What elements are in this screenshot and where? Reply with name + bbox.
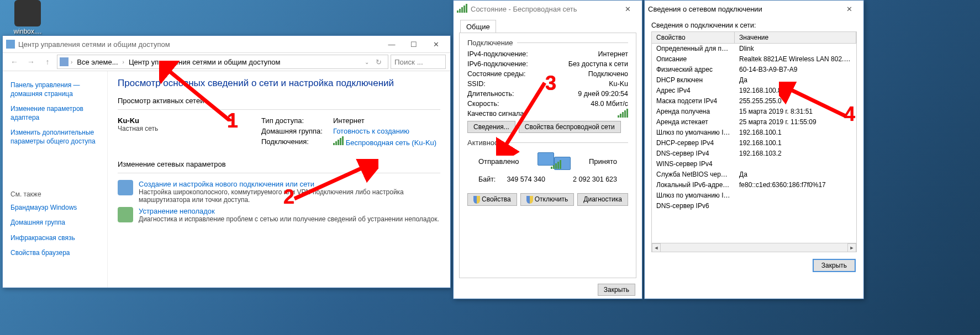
tab-general[interactable]: Общие [460,20,496,33]
detail-row[interactable]: Аренда получена15 марта 2019 г. 8:31:51 [652,107,856,117]
column-property[interactable]: Свойство [652,32,735,43]
detail-value: 192.168.103.2 [735,148,856,159]
received-label: Принято [589,157,617,166]
see-also-heading: См. также [10,190,99,198]
link-infrared[interactable]: Инфракрасная связь [10,234,99,243]
detail-value: 25 марта 2019 г. 11:55:09 [735,117,856,127]
link-browser-props[interactable]: Свойства браузера [10,249,99,258]
details-list: Свойство Значение Определенный для подк.… [651,31,857,252]
status-panel: Подключение IPv4-подключение:Интернет IP… [459,33,636,278]
task-title: Создание и настройка нового подключения … [139,180,440,188]
back-button[interactable]: ← [7,55,22,69]
detail-property: Маска подсети IPv4 [652,96,735,107]
detail-value: 192.168.100.1 [735,127,856,138]
detail-value: fe80::c1ed:6360:186:f7f0%17 [735,180,856,190]
detail-property: WINS-сервер IPv4 [652,159,735,169]
address-bar-row: ← → ↑ › Все элеме... › Центр управления … [3,52,450,71]
shield-icon [526,196,533,204]
media-value: Подключено [588,70,628,78]
detail-row[interactable]: DNS-сервер IPv4192.168.103.2 [652,148,856,159]
detail-value: Да [735,75,856,86]
detail-value: Realtek 8821AE Wireless LAN 802.11ac PCI… [735,54,856,65]
scroll-left-button[interactable]: ◄ [652,243,661,252]
detail-property: DNS-сервер IPv6 [652,201,735,211]
link-control-panel-home[interactable]: Панель управления — домашняя страница [10,81,99,98]
change-settings-heading: Изменение сетевых параметров [118,160,440,168]
address-bar[interactable]: › Все элеме... › Центр управления сетями… [57,55,388,69]
detail-row[interactable]: ОписаниеRealtek 8821AE Wireless LAN 802.… [652,54,856,65]
detail-row[interactable]: Шлюз по умолчанию IPv6 [652,190,856,201]
diagnostics-button[interactable]: Диагностика [577,193,628,206]
signal-quality-label: Качество сигнала: [467,110,526,118]
detail-row[interactable]: Служба NetBIOS через T...Да [652,169,856,180]
maximize-button[interactable]: ☐ [403,36,425,52]
duration-value: 9 дней 09:20:54 [578,90,628,98]
connections-label: Подключения: [261,137,333,147]
details-button[interactable]: Сведения... [467,121,515,133]
network-type: Частная сеть [118,125,261,132]
controlpanel-icon [60,57,69,66]
detail-row[interactable]: Шлюз по умолчанию IPv4192.168.100.1 [652,127,856,138]
active-networks-heading: Просмотр активных сетей [118,97,440,105]
close-button[interactable]: ✕ [425,36,447,52]
disable-button[interactable]: Отключить [520,193,575,206]
link-sharing-settings[interactable]: Изменить дополнительные параметры общего… [10,129,99,146]
titlebar: Сведения о сетевом подключении ✕ [645,1,863,17]
horizontal-scrollbar[interactable]: ◄ ► [652,243,856,252]
detail-value: 60-14-B3-A9-B7-A9 [735,65,856,75]
column-value[interactable]: Значение [735,32,856,43]
search-input[interactable] [391,55,446,69]
detail-row[interactable]: WINS-сервер IPv4 [652,159,856,169]
close-button[interactable]: ✕ [838,1,860,17]
chevron-right-icon: › [71,59,72,65]
detail-row[interactable]: DHCP-сервер IPv4192.168.100.1 [652,138,856,148]
task-troubleshoot[interactable]: Устранение неполадок Диагностика и испра… [118,207,440,223]
detail-value [735,201,856,211]
access-type-value: Интернет [333,116,365,125]
desktop-shortcut-winbox[interactable]: winbox.... [6,0,50,35]
wireless-properties-button[interactable]: Свойства беспроводной сети [519,121,621,133]
window-network-details: Сведения о сетевом подключении ✕ Сведени… [644,0,864,299]
detail-row[interactable]: Физический адрес60-14-B3-A9-B7-A9 [652,65,856,75]
activity-section-label: Активность [467,139,505,147]
shield-icon [473,196,480,204]
link-firewall[interactable]: Брандмауэр Windows [10,204,99,212]
detail-property: Локальный IPv6-адрес ка... [652,180,735,190]
speed-label: Скорость: [467,100,499,108]
forward-button[interactable]: → [24,55,38,69]
scroll-right-button[interactable]: ► [847,243,856,252]
breadcrumb-all-elements[interactable]: Все элеме... [75,58,120,66]
detail-property: Служба NetBIOS через T... [652,169,735,180]
connection-section-label: Подключение [467,39,513,47]
detail-row[interactable]: DNS-сервер IPv6 [652,201,856,211]
task-new-connection[interactable]: Создание и настройка нового подключения … [118,180,440,204]
link-adapter-settings[interactable]: Изменение параметров адаптера [10,105,99,122]
page-heading: Просмотр основных сведений о сети и наст… [118,78,440,89]
up-button[interactable]: ↑ [40,55,55,69]
detail-row[interactable]: Маска подсети IPv4255.255.255.0 [652,96,856,107]
winbox-icon [14,0,41,26]
chevron-down-icon[interactable]: ⌄ [365,59,369,65]
titlebar: Центр управления сетями и общим доступом… [3,36,450,52]
breadcrumb-network-center[interactable]: Центр управления сетями и общим доступом [127,58,283,66]
network-name: Ku-Ku [118,116,261,125]
close-dialog-button[interactable]: Закрыть [598,284,635,296]
detail-row[interactable]: Определенный для подк...Dlink [652,44,856,54]
close-dialog-button[interactable]: Закрыть [813,259,856,272]
detail-row[interactable]: Адрес IPv4192.168.100.8 [652,86,856,96]
detail-value: Да [735,169,856,180]
link-homegroup[interactable]: Домашняя группа [10,219,99,227]
detail-row[interactable]: DHCP включенДа [652,75,856,86]
homegroup-link[interactable]: Готовность к созданию [333,127,409,135]
connection-link[interactable]: Беспроводная сеть (Ku-Ku) [333,137,436,147]
detail-value: 192.168.100.1 [735,138,856,148]
close-button[interactable]: ✕ [617,1,639,17]
detail-row[interactable]: Аренда истекает25 марта 2019 г. 11:55:09 [652,117,856,127]
refresh-button[interactable]: ↻ [371,55,386,69]
detail-property: Физический адрес [652,65,735,75]
bytes-sent-value: 349 574 340 [507,176,545,183]
properties-button[interactable]: Свойства [467,193,517,206]
detail-row[interactable]: Локальный IPv6-адрес ка...fe80::c1ed:636… [652,180,856,190]
active-network-block: Ku-Ku Частная сеть Тип доступа:Интернет … [118,116,440,149]
minimize-button[interactable]: — [381,36,403,52]
